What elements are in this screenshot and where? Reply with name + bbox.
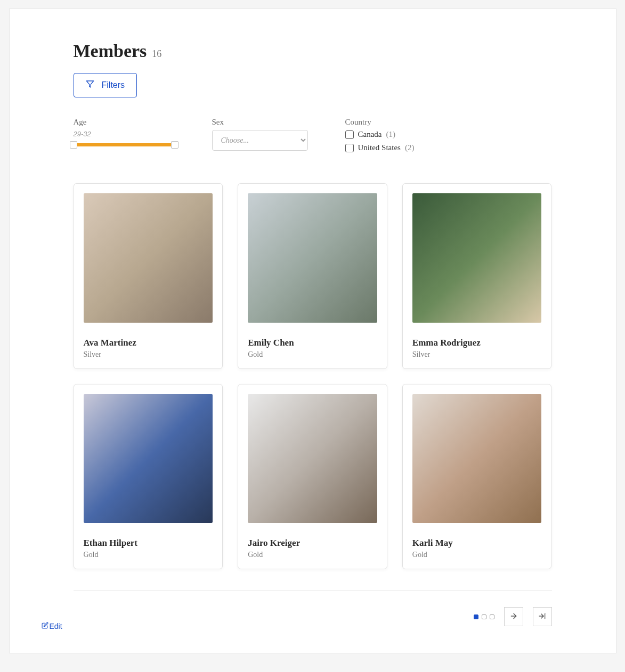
- member-photo: [248, 193, 377, 323]
- country-name: Canada: [358, 130, 382, 139]
- member-name: Ethan Hilpert: [84, 538, 213, 548]
- member-card[interactable]: Jairo KreigerGold: [238, 384, 387, 570]
- checkbox-icon: [345, 144, 354, 152]
- sex-filter: Sex Choose...: [212, 118, 308, 157]
- member-tier: Silver: [412, 350, 542, 359]
- member-name: Emily Chen: [248, 338, 377, 348]
- page-title: Members: [74, 41, 147, 61]
- member-photo: [412, 193, 542, 323]
- member-photo: [412, 394, 542, 523]
- members-count: 16: [152, 48, 161, 60]
- member-name: Karli May: [412, 538, 542, 548]
- filter-icon: [86, 80, 94, 91]
- member-card[interactable]: Emma RodriguezSilver: [402, 183, 552, 369]
- member-name: Ava Martinez: [84, 338, 213, 348]
- footer-divider: [74, 591, 552, 591]
- member-tier: Gold: [84, 551, 213, 559]
- member-card[interactable]: Karli MayGold: [402, 384, 552, 570]
- member-name: Jairo Kreiger: [248, 538, 377, 548]
- member-name: Emma Rodriguez: [412, 338, 542, 348]
- age-filter: Age 29-32: [74, 118, 175, 157]
- member-photo: [84, 394, 213, 523]
- edit-link-label: Edit: [50, 622, 62, 630]
- age-range-value: 29-32: [74, 130, 175, 138]
- edit-icon: [42, 622, 48, 630]
- arrow-right-icon: [509, 612, 518, 622]
- country-option[interactable]: United States (2): [345, 143, 415, 152]
- age-label: Age: [74, 118, 175, 127]
- member-card[interactable]: Ethan HilpertGold: [74, 384, 223, 570]
- page-dot[interactable]: [490, 614, 494, 619]
- country-count: (2): [405, 143, 415, 152]
- country-count: (1): [386, 130, 395, 139]
- member-tier: Gold: [248, 350, 377, 359]
- page-dot[interactable]: [474, 614, 478, 619]
- member-photo: [84, 193, 213, 323]
- member-tier: Gold: [412, 551, 542, 559]
- sex-label: Sex: [212, 118, 308, 127]
- last-page-button[interactable]: [533, 607, 552, 626]
- age-slider-handle-max[interactable]: [171, 141, 178, 149]
- member-card[interactable]: Emily ChenGold: [238, 183, 387, 369]
- filters-button-label: Filters: [102, 80, 125, 90]
- country-name: United States: [358, 143, 401, 152]
- page-dot[interactable]: [482, 614, 486, 619]
- country-filter: Country Canada (1)United States (2): [345, 118, 415, 157]
- filters-button[interactable]: Filters: [74, 73, 137, 97]
- country-label: Country: [345, 118, 415, 127]
- checkbox-icon: [345, 130, 354, 139]
- age-slider[interactable]: [74, 143, 175, 146]
- arrow-end-icon: [538, 612, 547, 622]
- edit-link[interactable]: Edit: [42, 622, 62, 630]
- sex-select[interactable]: Choose...: [212, 130, 308, 151]
- member-tier: Gold: [248, 551, 377, 559]
- member-photo: [248, 394, 377, 523]
- age-slider-handle-min[interactable]: [70, 141, 77, 149]
- country-option[interactable]: Canada (1): [345, 130, 415, 139]
- member-tier: Silver: [84, 350, 213, 359]
- pagination-dots: [474, 614, 494, 619]
- member-card[interactable]: Ava MartinezSilver: [74, 183, 223, 369]
- svg-marker-0: [86, 81, 93, 87]
- next-page-button[interactable]: [504, 607, 523, 626]
